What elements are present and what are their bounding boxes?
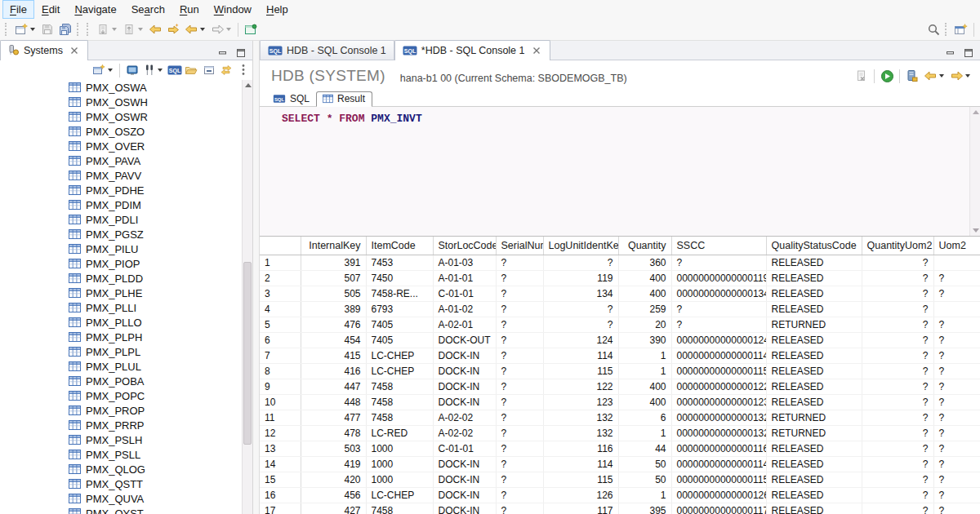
table-cell[interactable]: LC-CHEP xyxy=(366,363,433,379)
column-header-rownum[interactable] xyxy=(260,237,301,255)
table-cell[interactable]: ? xyxy=(496,255,543,270)
table-cell[interactable]: ? xyxy=(496,332,543,348)
table-cell[interactable]: 1000 xyxy=(366,472,433,487)
editor-tab[interactable]: SQLHDB - SQL Console 1 xyxy=(260,40,394,60)
table-cell[interactable]: A-01-01 xyxy=(433,270,496,286)
minimize-view-button[interactable] xyxy=(216,47,229,60)
table-cell[interactable]: 1 xyxy=(260,255,301,270)
tree-item-PMX_PRRP[interactable]: PMX_PRRP xyxy=(0,418,252,432)
table-cell[interactable]: 505 xyxy=(301,286,366,301)
table-cell[interactable]: 4 xyxy=(260,301,301,317)
dropdown-arrow-icon[interactable] xyxy=(30,28,35,31)
tree-item-PMX_PSLL[interactable]: PMX_PSLL xyxy=(0,447,252,462)
table-cell[interactable]: 000000000000001151 xyxy=(671,472,766,487)
table-cell[interactable]: 000000000000001328 xyxy=(671,410,766,425)
column-header-QuantityUom2[interactable]: QuantityUom2 xyxy=(862,237,933,255)
table-cell[interactable]: ? xyxy=(862,394,933,410)
table-cell[interactable]: 20 xyxy=(618,317,671,332)
table-cell[interactable]: 000000000000001267 xyxy=(671,487,766,503)
table-cell[interactable]: 9 xyxy=(260,379,301,394)
table-cell[interactable]: A-01-02 xyxy=(433,301,496,317)
column-header-SerialNum[interactable]: SerialNum xyxy=(496,237,543,255)
table-cell[interactable]: 15 xyxy=(260,472,301,487)
table-cell[interactable]: RELEASED xyxy=(766,286,862,301)
table-cell[interactable]: 115 xyxy=(543,472,618,487)
table-cell[interactable]: RELEASED xyxy=(766,472,862,487)
table-cell[interactable]: LC-CHEP xyxy=(366,348,433,363)
table-cell[interactable]: ? xyxy=(933,348,980,363)
table-cell[interactable]: ? xyxy=(933,270,980,286)
table-cell[interactable]: ? xyxy=(933,379,980,394)
table-cell[interactable]: RELEASED xyxy=(766,301,862,317)
table-cell[interactable]: ? xyxy=(862,317,933,332)
table-cell[interactable]: ? xyxy=(543,317,618,332)
table-cell[interactable]: 14 xyxy=(260,456,301,472)
table-cell[interactable]: 5 xyxy=(260,317,301,332)
table-row[interactable]: 43896793A-01-02??259?RELEASED? xyxy=(260,301,980,317)
back-gold-icon[interactable] xyxy=(182,20,200,38)
table-cell[interactable]: DOCK-IN xyxy=(433,394,496,410)
table-cell[interactable]: ? xyxy=(496,348,543,363)
menu-run[interactable]: Run xyxy=(173,1,206,18)
table-cell[interactable]: DOCK-OUT xyxy=(433,332,496,348)
tree-item-PMX_PLPL[interactable]: PMX_PLPL xyxy=(0,344,252,359)
table-cell[interactable]: 389 xyxy=(301,301,366,317)
table-cell[interactable]: 507 xyxy=(301,270,366,286)
tree-item-PMX_PDHE[interactable]: PMX_PDHE xyxy=(0,183,252,197)
table-cell[interactable]: 000000000000001144 xyxy=(671,348,766,363)
table-cell[interactable]: C-01-01 xyxy=(433,441,496,456)
table-row[interactable]: 64547405DOCK-OUT?12439000000000000000124… xyxy=(260,332,980,348)
scroll-up-icon[interactable] xyxy=(245,83,252,87)
table-cell[interactable]: 50 xyxy=(618,456,671,472)
table-cell[interactable]: DOCK-IN xyxy=(433,379,496,394)
table-cell[interactable]: LC-RED xyxy=(366,425,433,441)
table-cell[interactable]: ? xyxy=(862,487,933,503)
table-cell[interactable]: 123 xyxy=(543,394,618,410)
dropdown-arrow-icon[interactable] xyxy=(200,28,205,31)
table-cell[interactable]: 7453 xyxy=(366,255,433,270)
save-disabled-icon[interactable] xyxy=(38,20,56,38)
sash-divider[interactable] xyxy=(253,41,260,514)
table-cell[interactable]: RETURNED xyxy=(766,425,862,441)
table-cell[interactable]: ? xyxy=(862,332,933,348)
table-cell[interactable]: ? xyxy=(496,487,543,503)
table-cell[interactable]: 1 xyxy=(618,425,671,441)
table-cell[interactable]: ? xyxy=(496,270,543,286)
table-cell[interactable]: 126 xyxy=(543,487,618,503)
tree-item-PMX_PLLO[interactable]: PMX_PLLO xyxy=(0,315,252,330)
open-console-pin-icon[interactable] xyxy=(242,20,260,38)
table-cell[interactable]: ? xyxy=(496,425,543,441)
column-header-Quantity[interactable]: Quantity xyxy=(618,237,671,255)
table-cell[interactable]: 415 xyxy=(301,348,366,363)
table-row[interactable]: 16456LC-CHEPDOCK-IN?12610000000000000012… xyxy=(260,487,980,503)
table-cell[interactable]: 390 xyxy=(618,332,671,348)
table-row[interactable]: 12478LC-REDA-02-02?132100000000000000132… xyxy=(260,425,980,441)
tree-item-PMX_PLLI[interactable]: PMX_PLLI xyxy=(0,300,252,315)
table-row[interactable]: 104487458DOCK-IN?12340000000000000000123… xyxy=(260,394,980,410)
table-cell[interactable]: RELEASED xyxy=(766,441,862,456)
table-cell[interactable]: ? xyxy=(933,503,980,514)
tree-item-PMX_OSWR[interactable]: PMX_OSWR xyxy=(0,109,252,124)
table-row[interactable]: 174277458DOCK-IN?11739500000000000000117… xyxy=(260,503,980,514)
table-cell[interactable]: ? xyxy=(933,394,980,410)
tree-item-PMX_PAVV[interactable]: PMX_PAVV xyxy=(0,168,252,183)
table-cell[interactable]: ? xyxy=(933,472,980,487)
table-row[interactable]: 94477458DOCK-IN?122400000000000000001229… xyxy=(260,379,980,394)
maximize-view-button[interactable] xyxy=(234,47,247,60)
tree-item-PMX_QUVA[interactable]: PMX_QUVA xyxy=(0,491,252,506)
table-cell[interactable]: 119 xyxy=(543,270,618,286)
table-cell[interactable]: 420 xyxy=(301,472,366,487)
table-cell[interactable]: 50 xyxy=(618,472,671,487)
tree-item-PMX_OVER[interactable]: PMX_OVER xyxy=(0,139,252,153)
table-cell[interactable]: 114 xyxy=(543,456,618,472)
table-cell[interactable]: 7450 xyxy=(366,270,433,286)
table-cell[interactable]: 419 xyxy=(301,456,366,472)
tree-item-PMX_POBA[interactable]: PMX_POBA xyxy=(0,374,252,388)
table-cell[interactable]: ? xyxy=(862,301,933,317)
table-cell[interactable]: 400 xyxy=(618,270,671,286)
table-cell[interactable]: 000000000000001328 xyxy=(671,425,766,441)
table-cell[interactable]: A-02-01 xyxy=(433,317,496,332)
save-all-icon[interactable] xyxy=(56,20,74,38)
tree-item-PMX_PDLI[interactable]: PMX_PDLI xyxy=(0,212,252,227)
dropdown-arrow-icon[interactable] xyxy=(138,28,143,31)
